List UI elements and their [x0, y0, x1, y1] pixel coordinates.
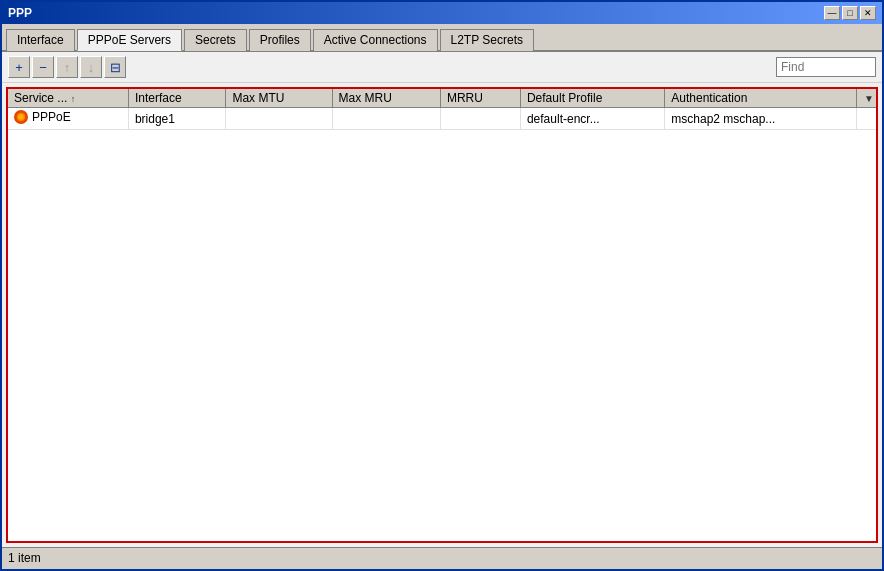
tab-secrets[interactable]: Secrets [184, 29, 247, 51]
cell-authentication: mschap2 mschap... [665, 108, 856, 130]
main-window: PPP — □ ✕ Interface PPPoE Servers Secret… [0, 0, 884, 571]
table-row[interactable]: PPPoE bridge1 default-encr... mschap2 ms… [8, 108, 876, 130]
col-authentication: Authentication [665, 89, 856, 108]
move-up-button[interactable]: ↑ [56, 56, 78, 78]
col-expand[interactable]: ▼ [856, 89, 876, 108]
cell-service: PPPoE [8, 108, 128, 130]
maximize-button[interactable]: □ [842, 6, 858, 20]
col-default-profile: Default Profile [520, 89, 664, 108]
servers-table: Service ... ↑ Interface Max MTU Max MRU [8, 89, 876, 130]
find-input[interactable] [776, 57, 876, 77]
remove-button[interactable]: − [32, 56, 54, 78]
tab-active-connections[interactable]: Active Connections [313, 29, 438, 51]
status-bar: 1 item [2, 547, 882, 569]
title-bar-buttons: — □ ✕ [824, 6, 876, 20]
cell-default-profile: default-encr... [520, 108, 664, 130]
table-header-row: Service ... ↑ Interface Max MTU Max MRU [8, 89, 876, 108]
column-menu-icon[interactable]: ▼ [864, 93, 874, 104]
cell-expand [856, 108, 876, 130]
col-max-mru: Max MRU [332, 89, 440, 108]
close-button[interactable]: ✕ [860, 6, 876, 20]
col-mrru: MRRU [440, 89, 520, 108]
cell-interface: bridge1 [128, 108, 226, 130]
cell-mrru [440, 108, 520, 130]
col-service: Service ... ↑ [8, 89, 128, 108]
col-max-mtu: Max MTU [226, 89, 332, 108]
minimize-button[interactable]: — [824, 6, 840, 20]
status-text: 1 item [8, 551, 41, 565]
cell-max-mtu [226, 108, 332, 130]
filter-button[interactable]: ⊟ [104, 56, 126, 78]
table-container: Service ... ↑ Interface Max MTU Max MRU [6, 87, 878, 543]
content-area: Service ... ↑ Interface Max MTU Max MRU [2, 83, 882, 547]
title-bar: PPP — □ ✕ [2, 2, 882, 24]
move-down-button[interactable]: ↓ [80, 56, 102, 78]
add-button[interactable]: + [8, 56, 30, 78]
window-title: PPP [8, 6, 32, 20]
tab-profiles[interactable]: Profiles [249, 29, 311, 51]
tab-pppoe-servers[interactable]: PPPoE Servers [77, 29, 182, 51]
col-interface: Interface [128, 89, 226, 108]
sort-icon: ↑ [71, 94, 76, 104]
tab-interface[interactable]: Interface [6, 29, 75, 51]
cell-max-mru [332, 108, 440, 130]
tab-bar: Interface PPPoE Servers Secrets Profiles… [2, 24, 882, 52]
pppoe-icon [14, 110, 28, 124]
tab-l2tp-secrets[interactable]: L2TP Secrets [440, 29, 534, 51]
toolbar: + − ↑ ↓ ⊟ [2, 52, 882, 83]
find-box [776, 57, 876, 77]
